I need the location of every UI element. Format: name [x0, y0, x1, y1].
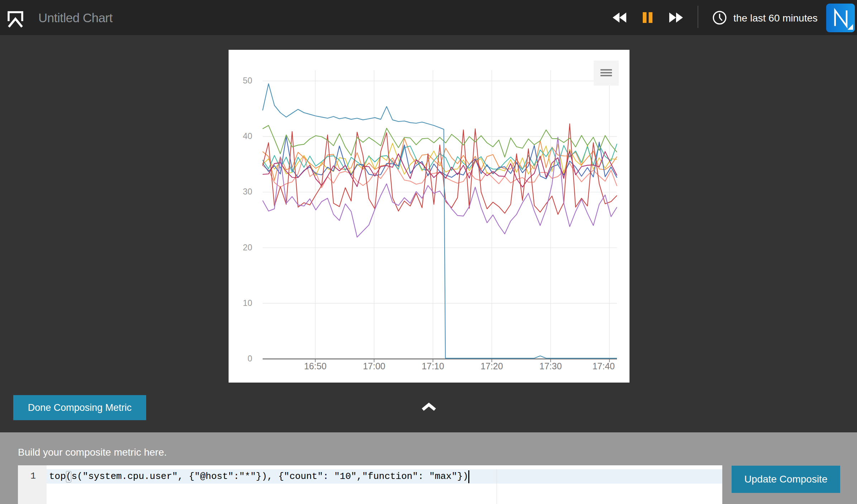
svg-text:17:40: 17:40 [592, 361, 615, 371]
svg-text:40: 40 [243, 131, 252, 141]
svg-text:17:00: 17:00 [363, 361, 386, 371]
svg-text:30: 30 [243, 187, 252, 196]
svg-text:50: 50 [243, 76, 252, 85]
svg-text:17:30: 17:30 [540, 361, 562, 371]
svg-text:17:20: 17:20 [480, 361, 503, 371]
svg-text:10: 10 [243, 298, 252, 308]
svg-text:16:50: 16:50 [304, 361, 327, 371]
svg-text:0: 0 [248, 354, 252, 363]
svg-text:17:10: 17:10 [422, 361, 444, 371]
svg-text:20: 20 [243, 243, 252, 252]
